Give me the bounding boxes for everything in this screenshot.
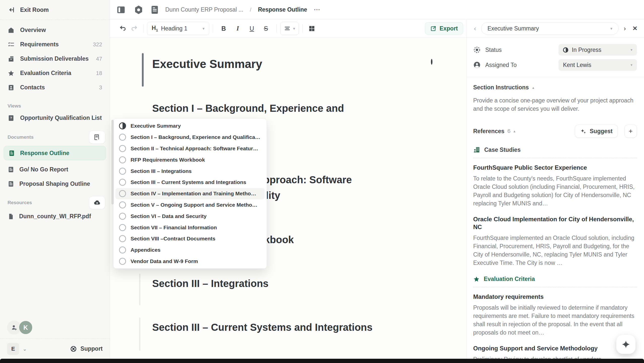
assigned-to-dropdown[interactable]: Kent Lewis ▾	[558, 59, 637, 71]
add-reference-button[interactable]: +	[624, 125, 637, 138]
toolbar-divider	[302, 24, 303, 33]
menu-item-executive-summary[interactable]: Executive Summary	[113, 120, 267, 132]
document-question-icon: ?	[8, 115, 15, 122]
breadcrumb-parent[interactable]: Dunn County ERP Proposal ...	[165, 6, 243, 13]
exit-room-button[interactable]: Exit Room	[0, 0, 110, 20]
menu-item-section-6[interactable]: Section VI – Data and Security	[113, 210, 267, 222]
menu-item-label: Section VII – Financial Information	[131, 225, 217, 231]
empty-status-icon	[119, 190, 126, 197]
sidebar-item-label: Evaluation Criteria	[20, 70, 71, 77]
sidebar-item-response-outline[interactable]: Response Outline	[4, 146, 106, 160]
reference-card[interactable]: Mandatory requirements Proposals will be…	[473, 293, 637, 337]
item-count: 322	[93, 41, 102, 48]
menu-item-rfp-workbook[interactable]: RFP Requirements Workbook	[113, 154, 267, 165]
section-selector-dropdown[interactable]: Executive Summary ▾	[481, 22, 619, 35]
menu-item-vendor-data[interactable]: Vendor Data and W-9 Form	[113, 256, 267, 267]
menu-item-section-1[interactable]: Section I – Background, Experience and Q…	[113, 132, 267, 143]
empty-status-icon	[119, 224, 126, 231]
heading-selection-bar	[142, 53, 144, 87]
sidebar-item-proposal-shaping-outline[interactable]: Proposal Shaping Outline	[0, 177, 110, 191]
heading-style-dropdown[interactable]: H1 Heading 1 ▾	[147, 22, 209, 35]
support-button[interactable]: Support	[70, 345, 103, 352]
ai-assistant-button[interactable]	[616, 335, 635, 354]
star-icon	[473, 276, 480, 282]
menu-item-section-7[interactable]: Section VII – Financial Information	[113, 222, 267, 233]
menu-item-section-2[interactable]: Section II – Technical Approach: Softwar…	[113, 143, 267, 154]
menu-item-label: Vendor Data and W-9 Form	[131, 258, 198, 264]
menu-item-section-4[interactable]: Section IV – Implementation and Training…	[115, 188, 265, 199]
evaluation-criteria-group[interactable]: Evaluation Criteria	[473, 276, 637, 282]
next-section-icon[interactable]: ›	[624, 25, 626, 32]
editor-heading-section-3-current-systems[interactable]: Section III – Current Systems and Integr…	[152, 319, 373, 335]
sidebar-item-overview[interactable]: Overview	[0, 23, 110, 37]
views-section-label: Views	[0, 103, 110, 109]
status-value: In Progress	[572, 47, 601, 53]
case-studies-icon	[473, 146, 480, 153]
exit-room-label: Exit Room	[20, 7, 49, 13]
add-document-button[interactable]	[89, 131, 105, 144]
sidebar-item-label: Proposal Shaping Outline	[19, 180, 90, 187]
life-buoy-icon	[70, 345, 77, 352]
reference-body: FourthSquare implemented an Oracle Cloud…	[473, 234, 640, 267]
menu-item-section-3-integrations[interactable]: Section III – Integrations	[113, 165, 267, 177]
alignment-dropdown[interactable]: ▾	[280, 22, 299, 35]
underline-button[interactable]: U	[245, 25, 259, 32]
breadcrumb-current[interactable]: Response Outline	[258, 6, 307, 13]
dropdown-scrollbar[interactable]	[111, 120, 114, 204]
menu-item-section-8[interactable]: Section VIII –Contract Documents	[113, 233, 267, 244]
reference-body: To relate to the County's needs, FourthS…	[473, 174, 640, 208]
undo-icon[interactable]	[117, 23, 129, 34]
sidebar-item-evaluation-criteria[interactable]: Evaluation Criteria 18	[0, 66, 110, 80]
reference-card[interactable]: Oracle Cloud Implementation for City of …	[473, 215, 637, 267]
menu-item-appendices[interactable]: Appendices	[113, 244, 267, 256]
menu-item-section-5[interactable]: Section V – Ongoing Support and Service …	[113, 199, 267, 211]
upload-resource-button[interactable]	[89, 196, 105, 209]
export-icon	[430, 25, 436, 32]
heading-style-label: Heading 1	[161, 25, 187, 32]
collapse-icon[interactable]: ▴	[532, 85, 534, 90]
editor-heading-section-3-integrations[interactable]: Section III – Integrations	[152, 276, 268, 291]
panel-header: ‹ Executive Summary ▾ › ✕	[467, 20, 644, 38]
sidebar-item-go-no-go-report[interactable]: Go/ No Go Report	[0, 162, 110, 177]
file-icon	[8, 213, 14, 220]
menu-item-section-3-current-systems[interactable]: Section III – Current Systems and Integr…	[113, 177, 267, 188]
star-icon	[8, 70, 15, 77]
strikethrough-button[interactable]: S	[259, 25, 273, 32]
suggest-label: Suggest	[590, 128, 613, 135]
bold-button[interactable]: B	[217, 25, 231, 32]
caret-down-icon: ▾	[610, 26, 612, 31]
documents-section-header: Documents	[0, 131, 110, 144]
checklist-icon	[8, 41, 15, 48]
sidebar-item-submission-deliverables[interactable]: Submission Deliverables 47	[0, 52, 110, 66]
item-count: 18	[96, 70, 102, 77]
chevron-down-icon[interactable]: ⌄	[23, 346, 27, 352]
insert-table-icon[interactable]	[306, 23, 317, 34]
sidebar-item-rfp-pdf[interactable]: Dunn_county_WI_RFP.pdf	[0, 209, 110, 224]
more-options-icon[interactable]: ⋯	[314, 6, 321, 14]
reference-card[interactable]: FourthSquare Public Sector Experience To…	[473, 164, 637, 208]
export-button[interactable]: Export	[425, 22, 463, 35]
editor-heading-executive-summary[interactable]: Executive Summary	[152, 57, 262, 71]
document-icon	[8, 150, 15, 157]
sidebar-item-contacts[interactable]: Contacts 3	[0, 80, 110, 95]
workspace-switcher[interactable]: E	[7, 343, 19, 355]
collapse-icon[interactable]: ▴	[513, 129, 515, 133]
close-icon[interactable]: ✕	[632, 25, 637, 32]
italic-button[interactable]: I	[231, 25, 245, 32]
sidebar-item-opportunity-qualification-list[interactable]: ? Opportunity Qualification List	[0, 111, 110, 125]
case-studies-group[interactable]: Case Studies	[473, 146, 637, 153]
redo-icon[interactable]	[129, 23, 140, 34]
suggest-button[interactable]: Suggest	[575, 125, 618, 138]
section-instructions-header[interactable]: Section Instructions ▴	[473, 84, 637, 91]
references-label: References	[473, 128, 504, 135]
reference-body: Proposals will be initially reviewed to …	[473, 304, 640, 337]
menu-item-label: Section III – Current Systems and Integr…	[131, 179, 246, 185]
section-instructions-text: Provide a concise one-page overview of y…	[473, 96, 639, 113]
status-dropdown[interactable]: In Progress ▾	[558, 44, 637, 56]
collapse-sidebar-icon[interactable]	[115, 4, 127, 15]
avatar[interactable]: K	[19, 320, 33, 335]
app-logo-icon[interactable]	[133, 4, 144, 15]
empty-status-icon	[119, 179, 126, 186]
sidebar-item-requirements[interactable]: Requirements 322	[0, 37, 110, 52]
previous-section-icon[interactable]: ‹	[474, 25, 476, 32]
